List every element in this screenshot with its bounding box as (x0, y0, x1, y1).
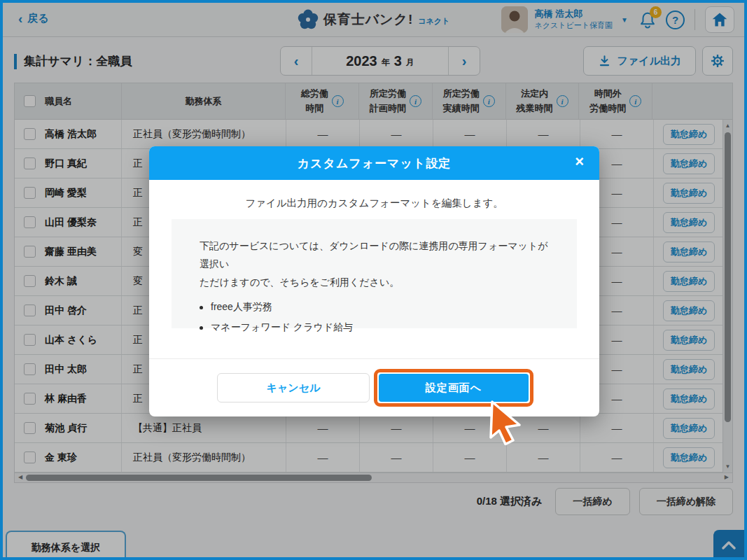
go-to-settings-button[interactable]: 設定画面へ (379, 374, 529, 402)
modal-footer-divider (149, 358, 599, 359)
close-icon[interactable]: × (575, 154, 584, 169)
modal-lead-text: ファイル出力用のカスタムフォーマットを編集します。 (149, 197, 599, 210)
cursor-icon (486, 400, 525, 445)
page: ‹ 戻る 保育士バンク! コネクト (0, 0, 747, 560)
service-list-item: マネーフォワード クラウド給与 (200, 321, 549, 334)
bullet-icon (200, 306, 203, 309)
modal-note-box: 下記のサービスについては、ダウンロードの際に連携用の専用フォーマットが選択い た… (172, 219, 577, 328)
service-name: マネーフォワード クラウド給与 (211, 321, 353, 334)
modal-header: カスタムフォーマット設定 × (149, 146, 599, 180)
service-list-item: freee人事労務 (200, 301, 549, 314)
service-name: freee人事労務 (211, 301, 272, 314)
custom-format-modal: カスタムフォーマット設定 × ファイル出力用のカスタムフォーマットを編集します。… (149, 146, 599, 416)
bullet-icon (200, 326, 203, 330)
modal-title: カスタムフォーマット設定 (298, 155, 452, 172)
cancel-button[interactable]: キャンセル (217, 373, 370, 402)
modal-note-text: 下記のサービスについては、ダウンロードの際に連携用の専用フォーマットが選択い た… (200, 237, 549, 291)
